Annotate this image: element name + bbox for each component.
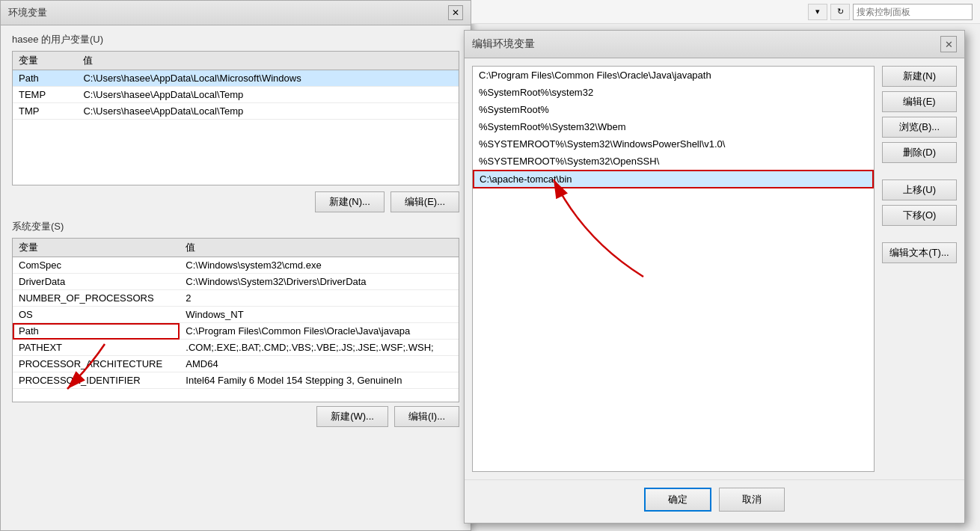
sys-var-row[interactable]: DriverDataC:\Windows\System32\Drivers\Dr… — [13, 274, 459, 290]
path-list-item[interactable]: %SYSTEMROOT%\System32\OpenSSH\ — [473, 153, 874, 170]
sys-var-value: Intel64 Family 6 Model 154 Stepping 3, G… — [180, 372, 459, 389]
user-edit-button[interactable]: 编辑(E)... — [391, 191, 459, 212]
sys-var-row[interactable]: OSWindows_NT — [13, 307, 459, 323]
user-var-value: C:\Users\hasee\AppData\Local\Microsoft\W… — [77, 70, 459, 87]
sys-var-name: ComSpec — [13, 257, 180, 274]
sys-val-col-header: 值 — [180, 239, 459, 257]
sys-var-row[interactable]: PROCESSOR_ARCHITECTUREAMD64 — [13, 356, 459, 372]
path-list-item[interactable]: %SystemRoot%\System32\Wbem — [473, 118, 874, 135]
path-move-down-button[interactable]: 下移(O) — [882, 205, 957, 226]
edit-dialog-footer: 确定 取消 — [465, 479, 964, 519]
sys-var-row[interactable]: PathC:\Program Files\Common Files\Oracle… — [13, 323, 459, 340]
path-move-up-button[interactable]: 上移(U) — [882, 179, 957, 200]
sys-var-value: C:\Windows\System32\Drivers\DriverData — [180, 274, 459, 290]
sys-var-row[interactable]: PROCESSOR_IDENTIFIERIntel64 Family 6 Mod… — [13, 372, 459, 389]
edit-ok-button[interactable]: 确定 — [644, 488, 711, 512]
user-var-value: C:\Users\hasee\AppData\Local\Temp — [77, 87, 459, 103]
dropdown-icon: ▾ — [815, 7, 820, 16]
sys-var-row[interactable]: ComSpecC:\Windows\system32\cmd.exe — [13, 257, 459, 274]
user-var-row[interactable]: PathC:\Users\hasee\AppData\Local\Microso… — [13, 70, 459, 87]
user-var-value: C:\Users\hasee\AppData\Local\Temp — [77, 103, 459, 120]
sys-section-title: 系统变量(S) — [12, 220, 459, 233]
sys-vars-table-container: 变量 值 ComSpecC:\Windows\system32\cmd.exeD… — [12, 238, 459, 402]
path-browse-button[interactable]: 浏览(B)... — [882, 117, 957, 138]
sys-var-name: DriverData — [13, 274, 180, 290]
sys-var-name: Path — [13, 323, 180, 340]
sys-var-row[interactable]: NUMBER_OF_PROCESSORS2 — [13, 290, 459, 307]
edit-dialog-title: 编辑环境变量 — [472, 37, 535, 51]
refresh-icon: ↻ — [837, 7, 844, 16]
path-delete-button[interactable]: 删除(D) — [882, 142, 957, 163]
sys-var-value: C:\Program Files\Common Files\Oracle\Jav… — [180, 323, 459, 340]
edit-dialog-close-button[interactable]: ✕ — [940, 36, 957, 52]
dropdown-button[interactable]: ▾ — [808, 4, 827, 20]
user-var-col-header: 变量 — [13, 52, 77, 70]
search-input[interactable] — [853, 4, 973, 20]
env-dialog-close-button[interactable]: ✕ — [448, 5, 463, 20]
edit-dialog-body: C:\Program Files\Common Files\Oracle\Jav… — [465, 58, 964, 479]
sys-var-value: Windows_NT — [180, 307, 459, 323]
sys-var-name: OS — [13, 307, 180, 323]
env-vars-dialog: 环境变量 ✕ hasee 的用户变量(U) 变量 值 PathC:\Users\… — [0, 0, 471, 531]
path-edit-button[interactable]: 编辑(E) — [882, 91, 957, 112]
path-list-item[interactable]: C:\apache-tomcat\bin — [473, 170, 874, 188]
user-new-button[interactable]: 新建(N)... — [315, 191, 385, 212]
edit-dialog-sidebar-buttons: 新建(N) 编辑(E) 浏览(B)... 删除(D) 上移(U) 下移(O) 编… — [882, 66, 957, 472]
env-dialog-titlebar: 环境变量 ✕ — [1, 1, 471, 25]
sys-var-value: 2 — [180, 290, 459, 307]
user-var-row[interactable]: TMPC:\Users\hasee\AppData\Local\Temp — [13, 103, 459, 120]
edit-env-dialog: 编辑环境变量 ✕ C:\Program Files\Common Files\O… — [464, 30, 965, 524]
sys-vars-btn-row: 新建(W)... 编辑(I)... — [12, 406, 459, 427]
user-vars-section: hasee 的用户变量(U) 变量 值 PathC:\Users\hasee\A… — [12, 33, 459, 212]
refresh-button[interactable]: ↻ — [830, 4, 850, 20]
user-val-col-header: 值 — [77, 52, 459, 70]
path-list-item[interactable]: %SystemRoot%\system32 — [473, 84, 874, 101]
user-var-name: TMP — [13, 103, 77, 120]
path-edit-text-button[interactable]: 编辑文本(T)... — [882, 242, 957, 263]
edit-dialog-titlebar: 编辑环境变量 ✕ — [465, 31, 964, 58]
sys-var-name: NUMBER_OF_PROCESSORS — [13, 290, 180, 307]
path-new-button[interactable]: 新建(N) — [882, 66, 957, 87]
sys-vars-table: 变量 值 ComSpecC:\Windows\system32\cmd.exeD… — [13, 239, 459, 389]
sys-var-col-header: 变量 — [13, 239, 180, 257]
sys-var-row[interactable]: PATHEXT.COM;.EXE;.BAT;.CMD;.VBS;.VBE;.JS… — [13, 340, 459, 356]
sys-vars-section: 系统变量(S) 变量 值 ComSpecC:\Windows\system32\… — [12, 220, 459, 427]
user-vars-table-container: 变量 值 PathC:\Users\hasee\AppData\Local\Mi… — [12, 51, 459, 185]
user-vars-btn-row: 新建(N)... 编辑(E)... — [12, 191, 459, 212]
sys-var-value: C:\Windows\system32\cmd.exe — [180, 257, 459, 274]
path-list-item[interactable]: %SYSTEMROOT%\System32\WindowsPowerShell\… — [473, 135, 874, 153]
top-search-bar: ▾ ↻ — [471, 0, 980, 24]
env-dialog-title: 环境变量 — [8, 6, 47, 19]
path-list: C:\Program Files\Common Files\Oracle\Jav… — [472, 66, 875, 472]
path-list-item[interactable]: %SystemRoot% — [473, 101, 874, 118]
path-list-item[interactable]: C:\Program Files\Common Files\Oracle\Jav… — [473, 67, 874, 84]
sys-var-name: PROCESSOR_IDENTIFIER — [13, 372, 180, 389]
sys-new-button[interactable]: 新建(W)... — [316, 406, 388, 427]
user-var-name: TEMP — [13, 87, 77, 103]
user-var-name: Path — [13, 70, 77, 87]
sys-var-value: .COM;.EXE;.BAT;.CMD;.VBS;.VBE;.JS;.JSE;.… — [180, 340, 459, 356]
edit-cancel-button[interactable]: 取消 — [719, 488, 785, 512]
sys-edit-button[interactable]: 编辑(I)... — [394, 406, 459, 427]
sys-var-name: PATHEXT — [13, 340, 180, 356]
sys-var-name: PROCESSOR_ARCHITECTURE — [13, 356, 180, 372]
user-section-title: hasee 的用户变量(U) — [12, 33, 459, 46]
env-dialog-body: hasee 的用户变量(U) 变量 值 PathC:\Users\hasee\A… — [1, 25, 471, 442]
user-var-row[interactable]: TEMPC:\Users\hasee\AppData\Local\Temp — [13, 87, 459, 103]
sys-var-value: AMD64 — [180, 356, 459, 372]
user-vars-table: 变量 值 PathC:\Users\hasee\AppData\Local\Mi… — [13, 52, 459, 120]
